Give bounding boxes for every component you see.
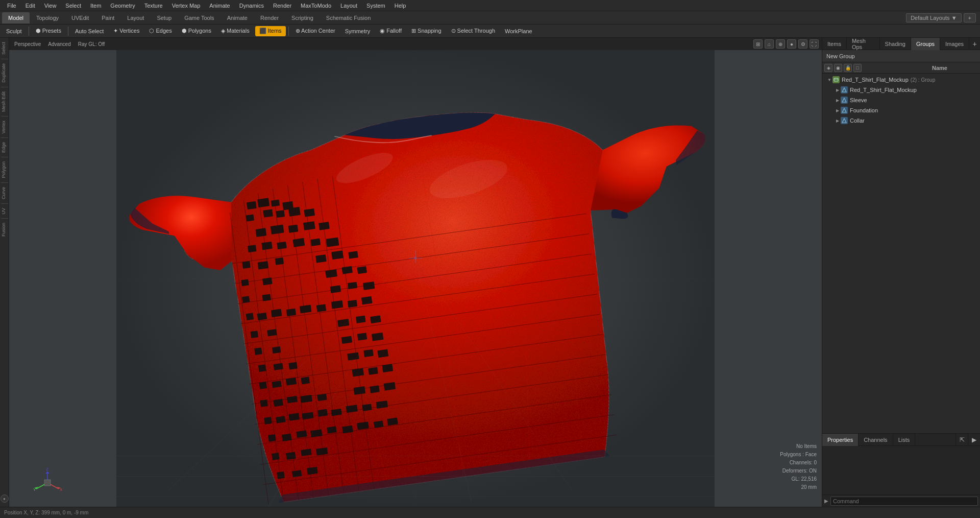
tab-paint[interactable]: Paint bbox=[95, 12, 120, 23]
left-tool-curve[interactable]: Curve bbox=[1, 185, 9, 201]
left-tool-select[interactable]: Select bbox=[1, 40, 9, 57]
tab-animate[interactable]: Animate bbox=[221, 12, 254, 23]
viewport-perspective-btn[interactable]: Perspective bbox=[12, 41, 43, 48]
rp-tab-images[interactable]: Images bbox=[940, 38, 969, 50]
toolbar-edges[interactable]: ⬡ Edges bbox=[145, 26, 176, 36]
rb-tab-properties[interactable]: Properties bbox=[822, 434, 859, 446]
viewport-raygl-btn[interactable]: Ray GL: Off bbox=[76, 41, 107, 48]
menu-maxtomodo[interactable]: MaxToModo bbox=[297, 2, 335, 10]
stat-polygons: Polygons : Face bbox=[780, 451, 817, 459]
menu-texture[interactable]: Texture bbox=[140, 2, 167, 10]
svg-rect-107 bbox=[362, 404, 372, 411]
menu-view[interactable]: View bbox=[40, 2, 61, 10]
svg-rect-33 bbox=[255, 228, 266, 237]
menu-system[interactable]: System bbox=[362, 2, 389, 10]
tree-icon-lock[interactable]: 🔒 bbox=[844, 64, 852, 72]
left-tool-vertex[interactable]: Vertex bbox=[1, 119, 9, 136]
tree-item-foundation[interactable]: ▶ Foundation bbox=[822, 105, 980, 115]
tree-arrow-collar[interactable]: ▶ bbox=[835, 117, 841, 124]
tree-arrow-group[interactable]: ▼ bbox=[826, 77, 832, 83]
menu-vertex-map[interactable]: Vertex Map bbox=[168, 2, 205, 10]
left-tool-bottom[interactable]: ● bbox=[1, 495, 9, 503]
svg-rect-55 bbox=[242, 296, 250, 303]
svg-rect-54 bbox=[357, 266, 368, 274]
tree-icon-1[interactable]: ◈ bbox=[824, 64, 832, 72]
left-tool-mesh-edit[interactable]: Mesh Edit bbox=[1, 89, 9, 114]
menu-animate[interactable]: Animate bbox=[205, 2, 234, 10]
left-tool-duplicate[interactable]: Duplicate bbox=[1, 61, 9, 85]
tree-arrow-sleeve[interactable]: ▶ bbox=[835, 97, 841, 103]
toolbar-symmetry[interactable]: Symmetry bbox=[341, 26, 375, 36]
left-tool-edge[interactable]: Edge bbox=[1, 140, 9, 155]
menu-file[interactable]: File bbox=[3, 2, 20, 10]
rb-tab-actions: ⇱ ▶ bbox=[955, 434, 980, 446]
rp-tab-shading[interactable]: Shading bbox=[880, 38, 911, 50]
left-tool-polygon[interactable]: Polygon bbox=[1, 159, 9, 180]
right-bottom-tabs: Properties Channels Lists ⇱ ▶ bbox=[822, 434, 980, 446]
viewport-zoom-icon[interactable]: ⊕ bbox=[776, 39, 785, 49]
tab-render[interactable]: Render bbox=[254, 12, 285, 23]
tree-icon-view[interactable]: □ bbox=[853, 64, 862, 72]
tab-scripting[interactable]: Scripting bbox=[285, 12, 320, 23]
left-tool-uv[interactable]: UV bbox=[1, 206, 9, 217]
toolbar-workplane[interactable]: WorkPlane bbox=[501, 26, 536, 36]
rp-tab-groups[interactable]: Groups bbox=[911, 38, 940, 50]
viewport-advanced-btn[interactable]: Advanced bbox=[46, 41, 72, 48]
layout-dropdown[interactable]: Default Layouts ▼ bbox=[906, 13, 961, 22]
menu-render[interactable]: Render bbox=[269, 2, 296, 10]
svg-rect-42 bbox=[311, 239, 321, 246]
rp-tab-items[interactable]: Items bbox=[822, 38, 847, 50]
viewport-maximize-icon[interactable]: ⛶ bbox=[810, 39, 819, 49]
menu-item[interactable]: Item bbox=[86, 2, 105, 10]
toolbar-select-through[interactable]: ⊙ Select Through bbox=[447, 26, 499, 36]
toolbar-action-center[interactable]: ⊕ Action Center bbox=[291, 26, 339, 36]
viewport-settings-icon[interactable]: ⚙ bbox=[798, 39, 807, 49]
tree-arrow-shirt[interactable]: ▶ bbox=[835, 87, 841, 93]
rb-tab-lists[interactable]: Lists bbox=[893, 434, 916, 446]
tab-gametools[interactable]: Game Tools bbox=[178, 12, 220, 23]
rb-settings-icon[interactable]: ▶ bbox=[968, 434, 980, 446]
tree-item-collar[interactable]: ▶ Collar bbox=[822, 115, 980, 126]
viewport-home-icon[interactable]: ⌂ bbox=[765, 39, 774, 49]
toolbar-presets[interactable]: ⬢ Presets bbox=[32, 26, 65, 36]
rp-tab-mesh-ops[interactable]: Mesh Ops bbox=[847, 38, 880, 50]
menu-dynamics[interactable]: Dynamics bbox=[235, 2, 268, 10]
tab-topology[interactable]: Topology bbox=[30, 12, 65, 23]
toolbar-materials[interactable]: ◈ Materials bbox=[217, 26, 254, 36]
tab-model[interactable]: Model bbox=[2, 12, 30, 23]
viewport[interactable]: Perspective Advanced Ray GL: Off ⊞ ⌂ ⊕ ●… bbox=[9, 38, 822, 507]
new-group-button[interactable]: New Group bbox=[822, 50, 980, 62]
toolbar-sculpt[interactable]: Sculpt bbox=[2, 26, 26, 36]
toolbar-auto-select[interactable]: Auto Select bbox=[71, 26, 108, 36]
menu-select[interactable]: Select bbox=[61, 2, 85, 10]
rb-expand-icon[interactable]: ⇱ bbox=[955, 434, 968, 446]
command-input[interactable] bbox=[830, 497, 978, 506]
tab-add[interactable]: + bbox=[964, 13, 976, 22]
rp-tab-add-btn[interactable]: + bbox=[969, 38, 980, 50]
tree-item-group-root[interactable]: ▼ Red_T_Shirt_Flat_Mockup (2) : Group bbox=[822, 75, 980, 85]
toolbar-polygons[interactable]: ⬢ Polygons bbox=[178, 26, 215, 36]
tree-item-sleeve[interactable]: ▶ Sleeve bbox=[822, 95, 980, 105]
viewport-render-icon[interactable]: ● bbox=[787, 39, 796, 49]
viewport-controls: ⊞ ⌂ ⊕ ● ⚙ ⛶ bbox=[753, 39, 819, 49]
tab-schematic[interactable]: Schematic Fusion bbox=[320, 12, 377, 23]
tab-layout[interactable]: Layout bbox=[121, 12, 150, 23]
properties-content bbox=[822, 446, 980, 495]
viewport-fit-icon[interactable]: ⊞ bbox=[753, 39, 763, 49]
menu-help[interactable]: Help bbox=[390, 2, 410, 10]
toolbar-snapping[interactable]: ⊞ Snapping bbox=[407, 26, 446, 36]
toolbar-falloff[interactable]: ◉ Falloff bbox=[376, 26, 406, 36]
tree-icon-2[interactable]: ◉ bbox=[834, 64, 842, 72]
menu-geometry[interactable]: Geometry bbox=[106, 2, 139, 10]
tab-uvedit[interactable]: UVEdit bbox=[65, 12, 95, 23]
toolbar-vertices[interactable]: ✦ Vertices bbox=[109, 26, 143, 36]
menu-edit[interactable]: Edit bbox=[21, 2, 39, 10]
rb-tab-channels[interactable]: Channels bbox=[859, 434, 893, 446]
tab-setup[interactable]: Setup bbox=[151, 12, 178, 23]
menu-layout[interactable]: Layout bbox=[336, 2, 361, 10]
svg-rect-85 bbox=[259, 382, 267, 389]
tree-arrow-foundation[interactable]: ▶ bbox=[835, 107, 841, 113]
tree-item-shirt[interactable]: ▶ Red_T_Shirt_Flat_Mockup bbox=[822, 85, 980, 95]
toolbar-items[interactable]: ⬛ Items bbox=[255, 26, 286, 36]
left-tool-fusion[interactable]: Fusion bbox=[1, 221, 9, 239]
